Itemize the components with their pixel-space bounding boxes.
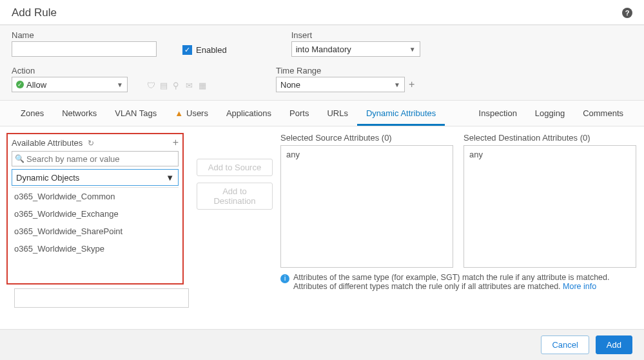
chevron-down-icon: ▼ bbox=[117, 81, 123, 88]
tab-comments[interactable]: Comments bbox=[574, 101, 632, 126]
available-title: Available Attributes bbox=[12, 138, 83, 148]
name-label: Name bbox=[12, 30, 157, 40]
tab-inspection[interactable]: Inspection bbox=[470, 101, 526, 126]
insert-label: Insert bbox=[291, 30, 420, 40]
action-label: Action bbox=[12, 66, 128, 75]
action-value: Allow bbox=[26, 80, 46, 90]
rule-tabs: ZonesNetworksVLAN Tags▲UsersApplications… bbox=[0, 100, 644, 126]
refresh-icon[interactable]: ↻ bbox=[88, 139, 94, 148]
tab-zones[interactable]: Zones bbox=[12, 101, 53, 126]
help-icon[interactable]: ? bbox=[622, 8, 632, 18]
add-button[interactable]: Add bbox=[596, 335, 632, 354]
mail-icon: ✉ bbox=[186, 81, 195, 90]
file-icon: ▤ bbox=[160, 81, 169, 90]
attribute-type-value: Dynamic Objects bbox=[16, 173, 79, 183]
tab-users[interactable]: ▲Users bbox=[166, 101, 217, 126]
more-info-link[interactable]: More info bbox=[563, 282, 596, 291]
available-attributes-panel: Available Attributes ↻ + 🔍 Dynamic Objec… bbox=[6, 133, 184, 285]
warning-icon: ▲ bbox=[175, 108, 183, 118]
add-to-destination-button[interactable]: Add to Destination bbox=[197, 183, 273, 210]
selected-source-box[interactable]: any bbox=[280, 145, 453, 268]
dialog-title: Add Rule bbox=[12, 6, 57, 19]
time-range-label: Time Range bbox=[276, 66, 415, 75]
enabled-checkbox[interactable]: ✓ bbox=[182, 45, 192, 55]
action-select[interactable]: ✓ Allow ▼ bbox=[12, 77, 128, 92]
hint-text: Attributes of the same type (for example… bbox=[293, 273, 610, 291]
selected-source-value: any bbox=[286, 150, 300, 159]
search-icon: 🔍 bbox=[15, 154, 24, 163]
add-time-range-icon[interactable]: + bbox=[409, 79, 415, 90]
add-attribute-icon[interactable]: + bbox=[173, 137, 179, 148]
selected-destination-title: Selected Destination Attributes (0) bbox=[463, 133, 636, 143]
available-extra-box bbox=[14, 288, 189, 308]
tab-networks[interactable]: Networks bbox=[53, 101, 106, 126]
attribute-search-input[interactable] bbox=[12, 151, 179, 166]
chevron-down-icon: ▼ bbox=[409, 46, 416, 53]
attributes-hint: i Attributes of the same type (for examp… bbox=[280, 273, 636, 291]
tab-applications[interactable]: Applications bbox=[217, 101, 280, 126]
chevron-down-icon: ▼ bbox=[166, 173, 174, 183]
tab-urls[interactable]: URLs bbox=[318, 101, 357, 126]
insert-select[interactable]: into Mandatory ▼ bbox=[291, 41, 420, 57]
allow-icon: ✓ bbox=[16, 81, 24, 88]
add-to-source-button[interactable]: Add to Source bbox=[197, 159, 273, 176]
attribute-option[interactable]: o365_Worldwide_Common bbox=[12, 188, 179, 205]
tab-vlan-tags[interactable]: VLAN Tags bbox=[106, 101, 166, 126]
attribute-option[interactable]: o365_Worldwide_Skype bbox=[12, 240, 179, 257]
time-range-select[interactable]: None ▼ bbox=[276, 77, 405, 92]
info-icon: i bbox=[280, 274, 289, 283]
list-icon: ▦ bbox=[199, 81, 208, 90]
selected-destination-value: any bbox=[469, 150, 483, 159]
tab-ports[interactable]: Ports bbox=[280, 101, 318, 126]
selected-destination-box[interactable]: any bbox=[463, 145, 636, 268]
enabled-label: Enabled bbox=[196, 45, 227, 55]
attribute-option[interactable]: o365_Worldwide_Exchange bbox=[12, 205, 179, 223]
attribute-type-select[interactable]: Dynamic Objects ▼ bbox=[12, 169, 179, 186]
cancel-button[interactable]: Cancel bbox=[541, 335, 589, 354]
name-input[interactable] bbox=[12, 41, 157, 57]
time-range-value: None bbox=[280, 80, 300, 90]
person-icon: ⚲ bbox=[173, 81, 182, 90]
shield-icon: 🛡 bbox=[147, 81, 156, 90]
selected-source-title: Selected Source Attributes (0) bbox=[280, 133, 453, 143]
attribute-option[interactable]: o365_Worldwide_SharePoint bbox=[12, 223, 179, 240]
tab-dynamic-attributes[interactable]: Dynamic Attributes bbox=[357, 101, 445, 126]
chevron-down-icon: ▼ bbox=[394, 81, 400, 88]
insert-value: into Mandatory bbox=[296, 45, 351, 54]
tab-logging[interactable]: Logging bbox=[526, 101, 574, 126]
